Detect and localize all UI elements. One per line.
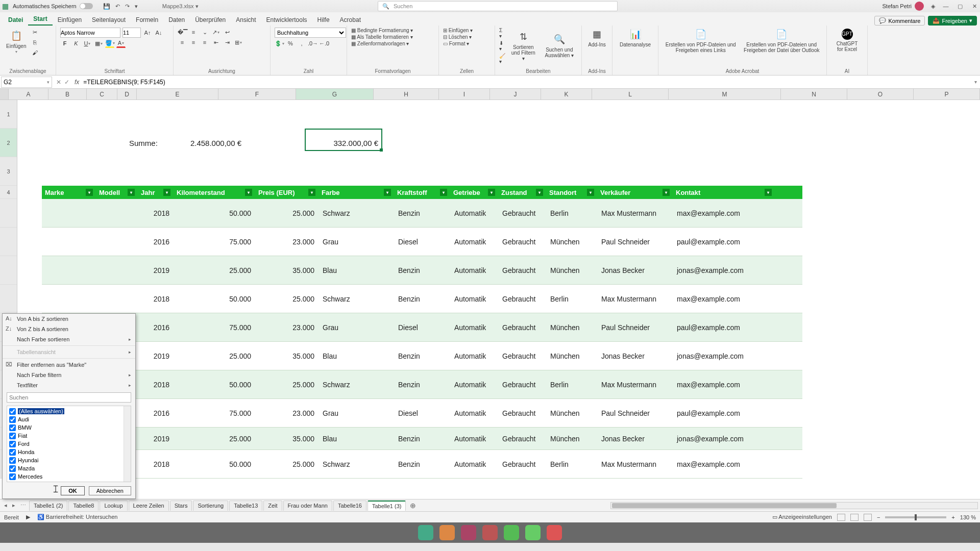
taskbar-app[interactable] [439, 525, 455, 540]
table-cell[interactable]: Paul Schneider [597, 238, 673, 246]
table-cell[interactable]: Automatik [450, 323, 498, 332]
table-cell[interactable]: Blau [318, 352, 394, 360]
filter-dropdown-button[interactable]: ▾ [128, 189, 135, 196]
font-color-button[interactable]: A▾ [116, 39, 126, 48]
table-cell[interactable]: 50.000 [174, 295, 255, 303]
table-cell[interactable]: paul@example.com [673, 238, 775, 246]
tab-daten[interactable]: Daten [163, 14, 190, 26]
table-cell[interactable]: Automatik [450, 460, 498, 468]
tab-formeln[interactable]: Formeln [131, 14, 163, 26]
filter-item-checkbox[interactable] [9, 465, 16, 472]
autosave-toggle[interactable]: Automatisches Speichern [13, 3, 93, 9]
table-cell[interactable]: Diesel [394, 323, 450, 332]
table-cell[interactable]: 35.000 [255, 352, 318, 360]
table-header-cell[interactable]: Modell▾ [96, 189, 138, 196]
decrease-decimal-button[interactable]: ←.0 [320, 39, 329, 48]
filter-checklist[interactable]: (Alles auswählen)AudiBMWFiatFordHondaHyu… [7, 406, 131, 482]
table-cell[interactable]: Max Mustermann [597, 209, 673, 217]
filter-item-checkbox[interactable] [9, 408, 16, 415]
sheet-nav-more[interactable]: ⋯ [18, 502, 28, 509]
table-cell[interactable]: Gebraucht [498, 409, 546, 417]
status-macro-icon[interactable]: ▶ [26, 514, 30, 520]
text-filter-item[interactable]: Textfilter▸ [3, 380, 135, 390]
table-cell[interactable]: 23.000 [255, 323, 318, 332]
acrobat-outlook-button[interactable]: 📄Erstellen von PDF-Dateien und Freigeben… [741, 28, 822, 54]
filter-dropdown-button[interactable]: ▾ [308, 189, 315, 196]
expand-formula-icon[interactable]: ▾ [971, 79, 980, 85]
table-cell[interactable]: Gebraucht [498, 460, 546, 468]
tab-datei[interactable]: Datei [3, 14, 28, 26]
table-cell[interactable]: Benzin [394, 435, 450, 443]
wrap-text-button[interactable]: ↩ [223, 28, 232, 37]
table-cell[interactable]: 25.000 [255, 209, 318, 217]
fx-icon[interactable]: fx [72, 79, 81, 86]
table-cell[interactable]: 25.000 [174, 266, 255, 274]
column-header[interactable]: K [541, 89, 592, 99]
page-break-view-button[interactable] [864, 514, 872, 521]
table-cell[interactable]: 35.000 [255, 435, 318, 443]
zoom-level[interactable]: 130 % [960, 514, 976, 520]
page-layout-view-button[interactable] [850, 514, 859, 521]
filter-checklist-item[interactable]: Ford [8, 440, 130, 448]
sheet-tab[interactable]: Sortierung [193, 500, 228, 511]
normal-view-button[interactable] [837, 514, 845, 521]
table-cell[interactable]: 2018 [138, 460, 174, 468]
column-header[interactable]: J [490, 89, 541, 99]
select-all-triangle[interactable] [0, 89, 9, 99]
sheet-tab[interactable]: Stars [170, 500, 192, 511]
data-analysis-button[interactable]: 📊Datenanalyse [617, 28, 654, 48]
table-header-cell[interactable]: Kilometerstand▾ [174, 189, 255, 196]
table-cell[interactable]: Paul Schneider [597, 409, 673, 417]
filter-checklist-item[interactable]: Fiat [8, 432, 130, 440]
copy-button[interactable]: ⎘ [30, 38, 39, 47]
table-cell[interactable]: München [546, 266, 597, 274]
tab-acrobat[interactable]: Acrobat [335, 14, 366, 26]
table-cell[interactable]: München [546, 323, 597, 332]
table-cell[interactable]: 25.000 [255, 381, 318, 389]
table-header-cell[interactable]: Standort▾ [546, 189, 597, 196]
sheet-tab[interactable]: Tabelle16 [333, 500, 366, 511]
bold-button[interactable]: F [60, 39, 69, 48]
table-cell[interactable]: Blau [318, 435, 394, 443]
format-cells-button[interactable]: ▭ Format ▾ [443, 41, 491, 46]
sort-az-item[interactable]: A↓Von A bis Z sortieren [3, 314, 135, 324]
filter-checklist-item[interactable]: (Alles auswählen) [8, 407, 130, 415]
align-middle-button[interactable]: ≡ [189, 28, 198, 37]
table-cell[interactable]: Gebraucht [498, 435, 546, 443]
accept-formula-icon[interactable]: ✓ [64, 79, 69, 86]
tab-einfuegen[interactable]: Einfügen [53, 14, 87, 26]
table-header-cell[interactable]: Zustand▾ [498, 189, 546, 196]
align-left-button[interactable]: ≡ [178, 38, 187, 47]
table-cell[interactable]: Grau [318, 323, 394, 332]
align-bottom-button[interactable]: ⌄ [200, 28, 209, 37]
table-cell[interactable]: Paul Schneider [597, 323, 673, 332]
fill-button[interactable]: ⬇ ▾ [499, 40, 505, 52]
filter-item-checkbox[interactable] [9, 457, 16, 464]
table-header-cell[interactable]: Jahr▾ [138, 189, 174, 196]
ok-button[interactable]: OK [61, 486, 85, 495]
table-cell[interactable]: jonas@example.com [673, 352, 775, 360]
sheet-tab[interactable]: Leere Zeilen [129, 500, 169, 511]
filter-dropdown-button[interactable]: ▾ [163, 189, 170, 196]
table-cell[interactable]: Schwarz [318, 460, 394, 468]
table-header-cell[interactable]: Preis (EUR)▾ [255, 189, 318, 196]
column-header[interactable]: M [669, 89, 781, 99]
column-header[interactable]: O [847, 89, 914, 99]
row-header[interactable]: 1 [0, 100, 17, 129]
column-header[interactable]: C [87, 89, 117, 99]
share-button[interactable]: 📤 Freigeben ▾ [928, 16, 977, 26]
table-cell[interactable]: Diesel [394, 238, 450, 246]
table-cell[interactable]: Gebraucht [498, 209, 546, 217]
table-cell[interactable]: 2018 [138, 295, 174, 303]
table-cell[interactable]: paul@example.com [673, 323, 775, 332]
font-size-combo[interactable] [122, 28, 141, 38]
table-cell[interactable]: Automatik [450, 409, 498, 417]
row-header[interactable]: 4 [0, 186, 17, 199]
add-sheet-button[interactable]: ⊕ [407, 502, 419, 510]
filter-dropdown-button[interactable]: ▾ [384, 189, 391, 196]
sheet-tab[interactable]: Frau oder Mann [283, 500, 332, 511]
column-header[interactable]: A [9, 89, 48, 99]
percent-button[interactable]: % [286, 39, 295, 48]
addins-button[interactable]: ▦Add-Ins [586, 28, 608, 48]
filter-by-color-item[interactable]: Nach Farbe filtern▸ [3, 370, 135, 380]
